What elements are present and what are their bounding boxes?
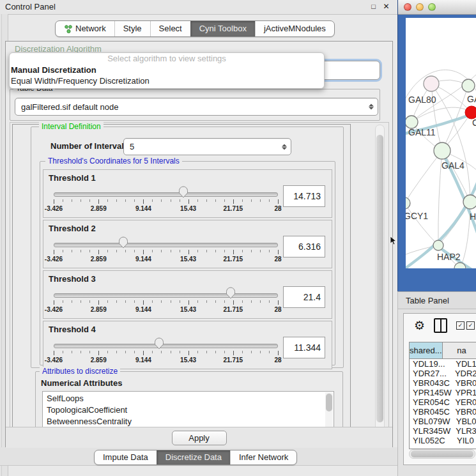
threshold-2-label: Threshold 2 bbox=[49, 224, 96, 233]
slider-thumb[interactable] bbox=[226, 287, 236, 299]
float-window-icon[interactable]: □ bbox=[369, 2, 378, 12]
control-panel-window: Control Panel □ ✕ Network Style Select C… bbox=[0, 0, 397, 476]
settings-content: Interval Definition Number of Intervals … bbox=[12, 124, 351, 446]
network-icon bbox=[64, 25, 72, 33]
table-row[interactable]: YDL19...YDL1 bbox=[410, 359, 476, 369]
threshold-1-slider[interactable]: -3.4262.8599.14415.4321.71528 bbox=[54, 184, 278, 215]
network-edge bbox=[406, 203, 438, 245]
checkbox-icon[interactable]: ✓ bbox=[456, 321, 464, 330]
slider-track[interactable] bbox=[54, 192, 278, 197]
slider-thumb[interactable] bbox=[154, 337, 164, 349]
network-node[interactable] bbox=[406, 197, 410, 209]
window-title: Control Panel bbox=[5, 2, 56, 12]
slider-tick-labels: -3.4262.8599.14415.4321.71528 bbox=[54, 205, 278, 213]
number-of-intervals-combobox[interactable]: 5 bbox=[123, 138, 291, 155]
slider-track[interactable] bbox=[54, 243, 278, 247]
table-data-value: galFiltered.sif default node bbox=[21, 102, 118, 112]
threshold-1-value[interactable]: 14.713 bbox=[283, 185, 325, 207]
algorithm-option-manual[interactable]: Manual Discretization bbox=[10, 65, 324, 75]
table-horizontal-scrollbar[interactable] bbox=[409, 449, 475, 459]
network-node[interactable] bbox=[433, 240, 443, 250]
close-window-icon[interactable]: ✕ bbox=[381, 2, 391, 12]
slider-ticks bbox=[54, 250, 278, 255]
slider-thumb[interactable] bbox=[178, 186, 188, 198]
network-node-label: GA bbox=[467, 94, 476, 104]
tab-select[interactable]: Select bbox=[150, 21, 190, 36]
table-row[interactable]: YER054CYER0 bbox=[410, 397, 476, 407]
table-row[interactable]: YLR345WYLR3 bbox=[410, 426, 476, 436]
network-window-titlebar[interactable] bbox=[398, 0, 476, 15]
combo-stepper-icon bbox=[281, 143, 287, 150]
tab-style[interactable]: Style bbox=[114, 21, 150, 36]
network-node-label: GCY1 bbox=[406, 211, 428, 221]
tab-cyni-toolbox[interactable]: Cyni Toolbox bbox=[190, 21, 255, 36]
algorithm-dropdown-popup: Select algorithm to view settings Manual… bbox=[9, 52, 325, 89]
zoom-traffic-light-icon[interactable] bbox=[428, 3, 436, 11]
numerical-attributes-label: Numerical Attributes bbox=[41, 378, 122, 388]
slider-track[interactable] bbox=[54, 344, 278, 348]
network-edge bbox=[431, 84, 470, 202]
slider-tick-labels: -3.4262.8599.14415.4321.71528 bbox=[54, 357, 278, 364]
slider-thumb[interactable] bbox=[118, 236, 128, 249]
algorithm-option-equal-width[interactable]: Equal Width/Frequency Discretization bbox=[10, 75, 324, 86]
slider-ticks bbox=[54, 199, 278, 204]
close-traffic-light-icon[interactable] bbox=[404, 3, 411, 11]
column-selector-icon[interactable] bbox=[434, 318, 447, 333]
table-header: shared... na bbox=[410, 342, 476, 359]
minimize-traffic-light-icon[interactable] bbox=[416, 3, 424, 11]
network-node[interactable] bbox=[462, 79, 475, 92]
network-canvas[interactable]: GAL80GACGAL11GAL4GCY1HHAP2 bbox=[406, 18, 476, 268]
table-data-combobox[interactable]: galFiltered.sif default node bbox=[15, 98, 378, 116]
slider-ticks bbox=[54, 300, 278, 305]
network-node[interactable] bbox=[463, 195, 476, 209]
tab-impute-data[interactable]: Impute Data bbox=[95, 450, 157, 464]
tab-network[interactable]: Network bbox=[56, 21, 114, 36]
table-panel-title: Table Panel bbox=[406, 296, 449, 305]
slider-track[interactable] bbox=[54, 293, 278, 298]
slider-ticks bbox=[54, 351, 278, 356]
threshold-2-slider[interactable]: -3.4262.8599.14415.4321.71528 bbox=[54, 234, 278, 265]
threshold-3-value[interactable]: 21.4 bbox=[283, 286, 325, 308]
threshold-4-slider[interactable]: -3.4262.8599.14415.4321.71528 bbox=[54, 335, 278, 366]
network-node[interactable] bbox=[434, 142, 450, 159]
network-node[interactable] bbox=[406, 116, 418, 128]
threshold-list: Threshold 1 -3.4262.8599.14415.4321.7152… bbox=[43, 169, 332, 369]
table-row[interactable]: YBL079WYBL0 bbox=[410, 417, 476, 426]
table-row[interactable]: YPR145WYPR1 bbox=[410, 388, 476, 397]
network-view-window: GAL80GACGAL11GAL4GCY1HHAP2 bbox=[397, 0, 476, 291]
tab-jactivemnodules[interactable]: jActiveMNodules bbox=[255, 21, 334, 36]
number-of-intervals-label: Number of Intervals bbox=[50, 141, 128, 151]
list-item[interactable]: BetweennessCentrality bbox=[43, 416, 334, 427]
list-scrollbar[interactable] bbox=[325, 392, 333, 429]
checkbox-icon[interactable]: ✓ bbox=[466, 321, 475, 330]
threshold-2-value[interactable]: 6.316 bbox=[283, 236, 325, 257]
column-header-name[interactable]: na bbox=[443, 342, 476, 358]
control-panel-tabs: Network Style Select Cyni Toolbox jActiv… bbox=[55, 20, 335, 37]
table-row[interactable]: YBR043CYBR0 bbox=[410, 378, 476, 388]
gear-icon[interactable]: ⚙ bbox=[414, 319, 425, 332]
table-row[interactable]: YDR27...YDR2 bbox=[410, 369, 476, 378]
tab-infer-network[interactable]: Infer Network bbox=[230, 450, 296, 464]
network-node-label: H bbox=[470, 211, 476, 222]
network-edge bbox=[406, 151, 442, 203]
list-item[interactable]: SelfLoops bbox=[43, 393, 334, 404]
table-panel-titlebar: Table Panel bbox=[397, 291, 476, 309]
threshold-3-slider[interactable]: -3.4262.8599.14415.4321.71528 bbox=[54, 285, 278, 316]
tab-discretize-data[interactable]: Discretize Data bbox=[157, 450, 230, 464]
thresholds-group-title: Threshold's Coordinates for 5 Intervals bbox=[45, 157, 182, 165]
table-row[interactable]: YIL052CYIL0 bbox=[410, 436, 476, 445]
settings-vertical-scrollbar[interactable] bbox=[375, 125, 385, 445]
list-item[interactable]: TopologicalCoefficient bbox=[43, 404, 334, 416]
node-table-rows: YDL19...YDL1YDR27...YDR2YBR043CYBR0YPR14… bbox=[410, 359, 476, 445]
cyni-mode-tabs: Impute Data Discretize Data Infer Networ… bbox=[94, 450, 297, 465]
threshold-4-value[interactable]: 11.344 bbox=[283, 337, 325, 358]
column-header-shared-name[interactable]: shared... bbox=[410, 342, 443, 358]
threshold-3-panel: Threshold 3 -3.4262.8599.14415.4321.7152… bbox=[43, 270, 332, 319]
settings-scrollpane: Interval Definition Number of Intervals … bbox=[10, 122, 389, 448]
network-graph: GAL80GACGAL11GAL4GCY1HHAP2 bbox=[406, 18, 476, 268]
table-row[interactable]: YBR045CYBR0 bbox=[410, 407, 476, 417]
apply-button[interactable]: Apply bbox=[172, 431, 227, 445]
network-node[interactable] bbox=[424, 76, 439, 91]
slider-tick-labels: -3.4262.8599.14415.4321.71528 bbox=[54, 256, 278, 263]
network-node[interactable] bbox=[465, 106, 476, 119]
